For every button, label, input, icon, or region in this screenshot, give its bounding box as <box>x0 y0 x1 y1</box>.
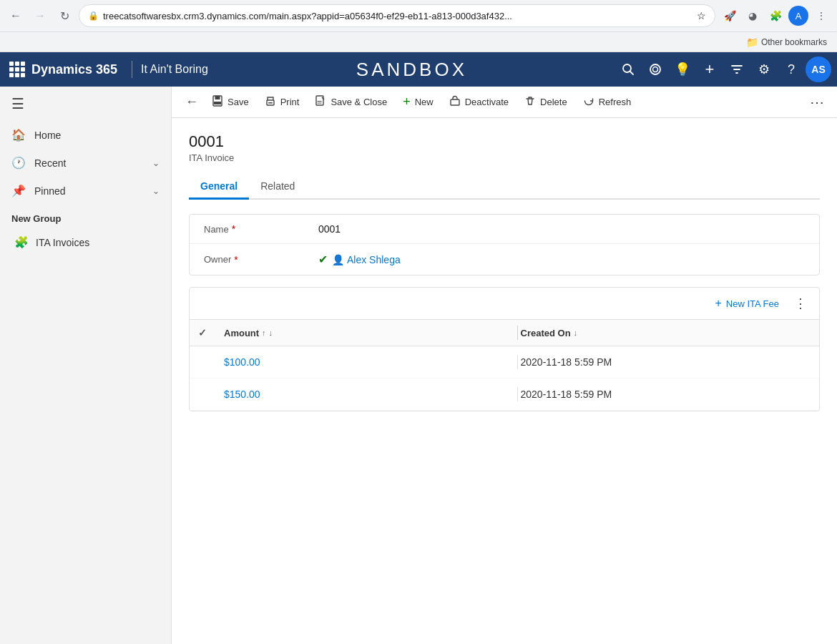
sidebar-hamburger-button[interactable]: ☰ <box>0 87 171 121</box>
form-section: Name * 0001 Owner * ✔ 👤 <box>189 214 820 275</box>
subgrid-col-divider <box>517 326 518 340</box>
subgrid-check-column: ✓ <box>198 327 224 338</box>
address-bar[interactable]: 🔒 treecatsoftwaresbx.crm3.dynamics.com/m… <box>79 4 715 27</box>
other-bookmarks-folder[interactable]: 📁 Other bookmarks <box>742 35 831 49</box>
command-more-button[interactable]: ⋯ <box>806 91 828 114</box>
top-nav: Dynamics 365 It Ain't Boring SANDBOX 💡 +… <box>0 52 837 87</box>
sort-up-icon: ↑ <box>262 328 266 337</box>
tab-general[interactable]: General <box>189 175 249 200</box>
name-required-star: * <box>232 223 235 235</box>
tab-related[interactable]: Related <box>249 175 306 200</box>
subgrid-plus-icon: + <box>715 297 721 310</box>
sidebar-item-pinned[interactable]: 📌 Pinned ⌄ <box>0 177 171 205</box>
owner-link[interactable]: 👤 Alex Shlega <box>332 254 401 265</box>
table-row[interactable]: $100.00 2020-11-18 5:59 PM <box>190 346 819 379</box>
svg-line-1 <box>630 72 634 75</box>
sidebar-item-recent[interactable]: 🕐 Recent ⌄ <box>0 149 171 177</box>
subgrid-toolbar: + New ITA Fee ⋮ <box>190 288 819 320</box>
settings-button[interactable]: ⚙ <box>751 57 777 82</box>
svg-point-2 <box>650 64 660 74</box>
save-close-button[interactable]: Save & Close <box>308 91 394 114</box>
owner-label: Owner * <box>204 254 318 265</box>
owner-required-star: * <box>234 254 238 265</box>
form-back-button[interactable]: ← <box>180 91 203 114</box>
browser-back-button[interactable]: ← <box>6 6 26 26</box>
sidebar: ☰ 🏠 Home 🕐 Recent ⌄ 📌 Pinned ⌄ New Group… <box>0 87 172 644</box>
svg-rect-6 <box>214 102 221 104</box>
star-icon[interactable]: ☆ <box>697 10 706 21</box>
app-name[interactable]: It Ain't Boring <box>141 63 208 76</box>
created-sort-icon: ↓ <box>574 328 578 337</box>
filter-button[interactable] <box>724 57 750 82</box>
save-button[interactable]: Save <box>205 91 256 114</box>
pin-icon: 📌 <box>11 184 26 197</box>
user-avatar[interactable]: AS <box>806 57 831 82</box>
deactivate-icon <box>449 95 461 109</box>
sidebar-item-ita-invoices[interactable]: 🧩 ITA Invoices <box>0 228 171 256</box>
save-close-icon <box>315 95 326 109</box>
subgrid-amount-header[interactable]: Amount ↑ ↓ <box>224 328 514 338</box>
delete-button[interactable]: Delete <box>517 91 574 114</box>
new-ita-fee-button[interactable]: + New ITA Fee <box>709 294 785 313</box>
new-button[interactable]: + New <box>396 90 441 114</box>
table-row[interactable]: $150.00 2020-11-18 5:59 PM <box>190 379 819 411</box>
refresh-button[interactable]: Refresh <box>576 91 639 114</box>
ita-invoices-icon: 🧩 <box>14 235 29 249</box>
sidebar-item-home[interactable]: 🏠 Home <box>0 121 171 149</box>
main-layout: ☰ 🏠 Home 🕐 Recent ⌄ 📌 Pinned ⌄ New Group… <box>0 87 837 644</box>
row1-divider <box>517 355 518 369</box>
row2-created: 2020-11-18 5:59 PM <box>521 389 811 400</box>
goal-button[interactable] <box>642 57 668 82</box>
record-subtitle: ITA Invoice <box>189 152 820 163</box>
dynamics-brand[interactable]: Dynamics 365 <box>31 62 117 77</box>
waffle-menu-button[interactable] <box>6 58 29 81</box>
person-icon: 👤 <box>332 254 344 265</box>
print-icon <box>265 95 276 109</box>
owner-value: ✔ 👤 Alex Shlega <box>318 253 805 266</box>
address-text: treecatsoftwaresbx.crm3.dynamics.com/mai… <box>103 11 692 21</box>
subgrid-created-header[interactable]: Created On ↓ <box>521 328 811 338</box>
svg-rect-10 <box>451 99 459 105</box>
chrome-avatar-button[interactable]: A <box>788 6 808 26</box>
print-button[interactable]: Print <box>258 91 307 114</box>
browser-forward-button[interactable]: → <box>30 6 50 26</box>
row2-amount: $150.00 <box>224 389 514 400</box>
name-value[interactable]: 0001 <box>318 223 805 235</box>
subgrid-more-button[interactable]: ⋮ <box>790 293 811 313</box>
svg-point-3 <box>653 67 658 72</box>
deactivate-button[interactable]: Deactivate <box>442 91 516 114</box>
pinned-chevron-icon: ⌄ <box>152 186 160 196</box>
record-title: 0001 <box>189 132 820 151</box>
bookmarks-bar: 📁 Other bookmarks <box>0 31 837 52</box>
sort-down-icon: ↓ <box>269 328 273 337</box>
browser-menu-icon[interactable]: ⋮ <box>811 6 831 26</box>
extension-icon[interactable]: ◕ <box>743 6 763 26</box>
rocket-extension-icon[interactable]: 🚀 <box>720 6 740 26</box>
add-button[interactable]: + <box>697 57 723 82</box>
delete-icon <box>524 95 536 109</box>
nav-divider <box>132 61 132 78</box>
lightbulb-button[interactable]: 💡 <box>670 57 695 82</box>
recent-icon: 🕐 <box>11 156 26 170</box>
search-button[interactable] <box>615 57 641 82</box>
waffle-grid-icon <box>9 62 25 77</box>
owner-check-icon: ✔ <box>318 253 328 266</box>
form-tabs: General Related <box>189 175 820 200</box>
recent-chevron-icon: ⌄ <box>152 158 160 168</box>
save-icon <box>212 95 223 109</box>
form-area: 0001 ITA Invoice General Related Name * … <box>172 118 837 644</box>
browser-reload-button[interactable]: ↻ <box>54 6 74 26</box>
row1-amount: $100.00 <box>224 356 514 368</box>
command-bar: ← Save Print Save & <box>172 87 837 118</box>
subgrid-check-icon[interactable]: ✓ <box>198 327 207 338</box>
row2-divider <box>517 387 518 401</box>
new-plus-icon: + <box>403 94 411 109</box>
new-group-title: New Group <box>0 205 171 228</box>
help-button[interactable]: ? <box>778 57 804 82</box>
app-container: Dynamics 365 It Ain't Boring SANDBOX 💡 +… <box>0 52 837 644</box>
folder-icon: 📁 <box>746 36 758 48</box>
row1-created: 2020-11-18 5:59 PM <box>521 356 811 368</box>
subgrid-section: + New ITA Fee ⋮ ✓ Amount ↑ ↓ <box>189 287 820 411</box>
puzzle-extension-icon[interactable]: 🧩 <box>765 6 785 26</box>
content-area: ← Save Print Save & <box>172 87 837 644</box>
